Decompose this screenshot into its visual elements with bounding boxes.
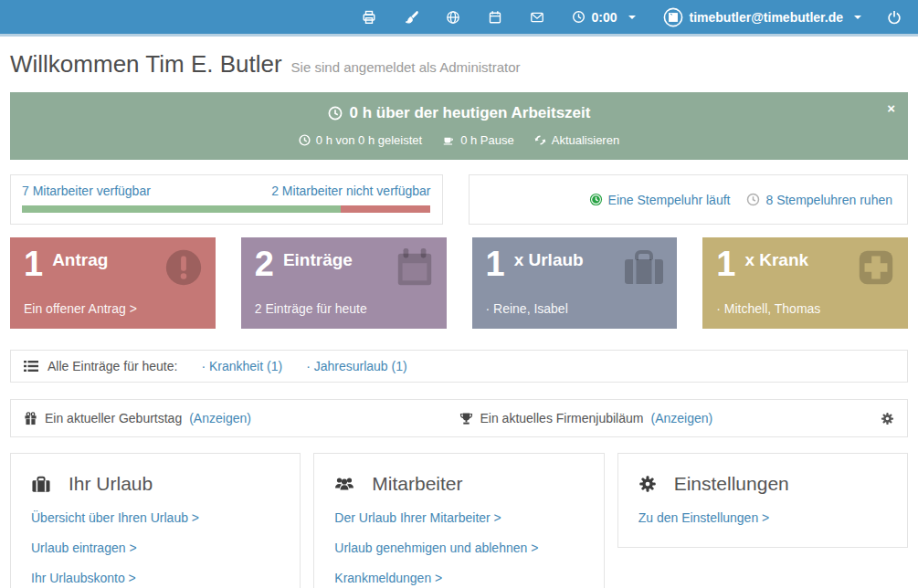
- calendar-icon: [488, 10, 502, 25]
- users-icon: [334, 476, 354, 493]
- stat-sub: · Mitchell, Thomas: [716, 301, 820, 316]
- availability-bar-unavailable: [341, 205, 430, 213]
- stat-label: Einträge: [283, 250, 353, 270]
- gift-icon: [24, 412, 37, 425]
- worktime-banner: 0 h über der heutigen Arbeitszeit 0 h vo…: [10, 92, 908, 160]
- availability-panel: 7 Mitarbeiter verfügbar 2 Mitarbeiter ni…: [10, 174, 443, 225]
- trophy-icon: [459, 412, 473, 425]
- printer-icon: [362, 10, 376, 25]
- stat-number: 1: [24, 249, 43, 278]
- stat-sub: Ein offener Antrag >: [24, 301, 137, 316]
- unavailable-link[interactable]: 2 Mitarbeiter nicht verfügbar: [271, 184, 430, 198]
- card-eintraege[interactable]: 2 Einträge 2 Einträge für heute: [241, 237, 447, 329]
- worktime-refresh[interactable]: Aktualisieren: [534, 133, 619, 147]
- gear-icon: [638, 475, 657, 493]
- stat-number: 1: [486, 249, 505, 278]
- events-settings-button[interactable]: [881, 412, 894, 425]
- events-row: Ein aktueller Geburtstag (Anzeigen) Ein …: [10, 399, 908, 437]
- logout-button[interactable]: [887, 10, 902, 25]
- entries-label: Alle Einträge für heute:: [24, 359, 177, 373]
- jubilee-anzeigen-link[interactable]: (Anzeigen): [650, 411, 712, 425]
- gear-icon: [881, 412, 894, 425]
- top-navbar: 0:00 timebutler@timebutler.de: [0, 0, 918, 37]
- plus-square-icon: [855, 247, 897, 289]
- jubilee-item: Ein aktuelles Firmenjubiläum (Anzeigen): [459, 411, 713, 425]
- list-icon: [24, 360, 38, 373]
- card-antrag[interactable]: 1 Antrag Ein offener Antrag >: [10, 237, 216, 329]
- briefcase-icon: [31, 475, 51, 493]
- avatar: [663, 7, 683, 27]
- clock-icon: [328, 106, 343, 121]
- page-title: Willkommen Tim E. Butler: [10, 50, 282, 79]
- calendar-icon: [394, 247, 436, 289]
- availability-bar: [22, 205, 431, 213]
- available-link[interactable]: 7 Mitarbeiter verfügbar: [22, 184, 151, 198]
- worktime-pause: 0 h Pause: [442, 133, 514, 147]
- calendar-button[interactable]: [488, 10, 502, 25]
- section-ihr-urlaub: Ihr Urlaub Übersicht über Ihren Urlaub >…: [10, 453, 301, 588]
- page-subtitle: Sie sind angemeldet als Administrator: [291, 59, 521, 75]
- availability-row: 7 Mitarbeiter verfügbar 2 Mitarbeiter ni…: [10, 174, 908, 225]
- stat-label: x Urlaub: [514, 250, 584, 270]
- briefcase-icon: [622, 247, 666, 287]
- entries-link-krankheit[interactable]: · Krankheit (1): [201, 359, 282, 373]
- link-urlaubskonto[interactable]: Ihr Urlaubskonto >: [31, 571, 280, 585]
- section-title: Einstellungen: [674, 473, 789, 495]
- link-urlaub-eintragen[interactable]: Urlaub eintragen >: [31, 541, 280, 555]
- stat-label: x Krank: [744, 250, 808, 270]
- exclamation-circle-icon: [163, 247, 205, 289]
- stat-number: 2: [255, 249, 274, 278]
- stopwatch-panel: Eine Stempeluhr läuft 8 Stempeluhren ruh…: [469, 174, 909, 225]
- stat-sub: 2 Einträge für heute: [255, 301, 367, 316]
- section-einstellungen: Einstellungen Zu den Einstellungen >: [617, 453, 908, 548]
- globe-icon: [446, 10, 460, 25]
- entries-row: Alle Einträge für heute: · Krankheit (1)…: [10, 350, 908, 383]
- card-krank[interactable]: 1 x Krank · Mitchell, Thomas: [702, 237, 908, 329]
- link-krankmeldungen[interactable]: Krankmeldungen >: [334, 571, 583, 585]
- clock-running-icon: [589, 193, 603, 206]
- worktime-banner-details: 0 h von 0 h geleistet 0 h Pause Aktualis…: [47, 133, 871, 147]
- clock-running-link[interactable]: Eine Stempeluhr läuft: [589, 193, 731, 207]
- stat-sub: · Reine, Isabel: [486, 301, 568, 316]
- section-title: Mitarbeiter: [372, 473, 462, 495]
- clock-resting-link[interactable]: 8 Stempeluhren ruhen: [746, 193, 892, 207]
- envelope-icon: [530, 10, 544, 25]
- stat-cards-row: 1 Antrag Ein offener Antrag > 2 Einträge: [10, 237, 908, 329]
- link-urlaub-uebersicht[interactable]: Übersicht über Ihren Urlaub >: [31, 510, 280, 525]
- link-urlaub-genehmigen[interactable]: Urlaub genehmigen und ablehnen >: [334, 541, 583, 555]
- account-email: timebutler@timebutler.de: [690, 10, 843, 25]
- availability-bar-available: [22, 205, 341, 213]
- coffee-cup-icon: [442, 134, 455, 146]
- clock-resting-icon: [746, 193, 760, 206]
- birthday-item: Ein aktueller Geburtstag (Anzeigen): [24, 411, 459, 425]
- section-title: Ihr Urlaub: [69, 473, 153, 495]
- link-urlaub-mitarbeiter[interactable]: Der Urlaub Ihrer Mitarbeiter >: [334, 510, 583, 525]
- worktime-worked: 0 h von 0 h geleistet: [299, 133, 422, 147]
- chevron-down-icon: [628, 16, 636, 19]
- stat-label: Antrag: [52, 250, 108, 270]
- timer-value: 0:00: [592, 10, 617, 25]
- close-icon[interactable]: ×: [887, 101, 895, 115]
- page-header: Willkommen Tim E. Butler Sie sind angeme…: [10, 50, 908, 79]
- clock-icon: [299, 134, 311, 146]
- sections-row: Ihr Urlaub Übersicht über Ihren Urlaub >…: [10, 453, 908, 588]
- chevron-down-icon: [854, 16, 861, 19]
- refresh-icon: [534, 134, 546, 146]
- brush-icon: [404, 10, 418, 25]
- clock-icon: [572, 10, 586, 24]
- theme-button[interactable]: [404, 10, 418, 25]
- timer-dropdown[interactable]: 0:00: [572, 10, 636, 25]
- birthday-anzeigen-link[interactable]: (Anzeigen): [189, 411, 251, 425]
- power-icon: [887, 10, 902, 25]
- worktime-banner-title: 0 h über der heutigen Arbeitszeit: [328, 104, 591, 122]
- entries-link-jahresurlaub[interactable]: · Jahresurlaub (1): [306, 359, 407, 373]
- print-button[interactable]: [362, 10, 376, 25]
- card-urlaub[interactable]: 1 x Urlaub · Reine, Isabel: [472, 237, 678, 329]
- mail-button[interactable]: [530, 10, 544, 25]
- stat-number: 1: [716, 249, 735, 278]
- section-mitarbeiter: Mitarbeiter Der Urlaub Ihrer Mitarbeiter…: [313, 453, 604, 588]
- account-dropdown[interactable]: timebutler@timebutler.de: [663, 7, 861, 27]
- link-zu-einstellungen[interactable]: Zu den Einstellungen >: [638, 510, 887, 525]
- language-button[interactable]: [446, 10, 460, 25]
